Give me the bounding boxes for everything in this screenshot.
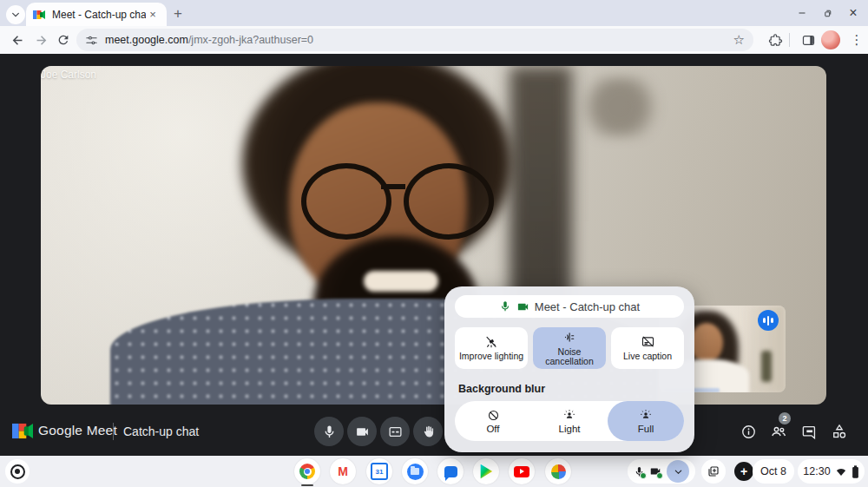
chat-button[interactable] — [799, 422, 819, 441]
photo-selfie-face-region — [690, 323, 723, 363]
chevron-down-icon — [674, 467, 683, 477]
participants-button[interactable] — [769, 422, 788, 441]
google-photos-icon — [551, 464, 566, 479]
google-meet-wordmark: Google Meet — [38, 423, 117, 438]
participants-count-badge: 2 — [779, 412, 791, 424]
raise-hand-button[interactable] — [413, 417, 443, 446]
forward-arrow-icon — [34, 33, 49, 48]
blur-off-icon — [487, 409, 500, 422]
blur-light-option[interactable]: Light — [531, 401, 608, 441]
blur-full-option[interactable]: Full — [608, 401, 684, 441]
date-pill[interactable]: Oct 8 — [753, 459, 794, 484]
google-meet-logo-icon — [12, 423, 33, 439]
side-panel-button[interactable] — [799, 30, 818, 49]
google-play-icon — [480, 464, 493, 479]
chrome-icon — [299, 464, 315, 479]
launcher-button[interactable] — [5, 459, 30, 484]
camera-active-dot — [656, 472, 663, 479]
window-close-button[interactable]: × — [844, 3, 863, 23]
shelf-app-play[interactable] — [473, 458, 499, 484]
notification-counter-button[interactable]: + — [734, 462, 753, 481]
panel-meeting-pill: Meet - Catch-up chat — [455, 295, 684, 318]
restore-icon — [822, 8, 833, 19]
tab-close-button[interactable]: × — [146, 8, 160, 22]
browser-tab[interactable]: Meet - Catch-up chat × — [26, 3, 167, 26]
photo-glasses-right-region — [404, 163, 494, 240]
window-minimize-button[interactable] — [792, 3, 812, 23]
browser-menu-button[interactable]: ⋮ — [847, 30, 866, 50]
chromeos-shelf: M 31 — [0, 456, 868, 487]
photo-glasses-bridge-region — [381, 184, 405, 189]
meet-page-background: Joe Carlson — [0, 54, 868, 456]
url-path: /jmx-zgoh-jka?authuser=0 — [188, 34, 313, 46]
shelf-app-photos[interactable] — [545, 458, 571, 484]
meet-favicon-icon — [33, 10, 45, 20]
time-label: 12:30 — [803, 465, 830, 477]
back-button[interactable] — [7, 30, 28, 50]
window-restore-button[interactable] — [818, 3, 837, 23]
closed-captions-icon — [388, 424, 403, 439]
profile-avatar[interactable] — [821, 30, 840, 49]
new-tab-button[interactable]: + — [170, 6, 186, 22]
captions-button[interactable] — [380, 417, 410, 446]
mic-active-icon — [499, 300, 511, 313]
minimize-icon — [797, 8, 807, 18]
reload-button[interactable] — [53, 30, 74, 50]
chat-icon — [801, 424, 818, 440]
side-panel-icon — [801, 33, 816, 48]
noise-cancellation-tile[interactable]: Noise cancellation — [533, 327, 606, 369]
people-icon — [770, 423, 787, 440]
noise-cancellation-icon — [562, 330, 577, 345]
mic-button[interactable] — [314, 417, 344, 446]
equalizer-bar-icon — [771, 318, 773, 323]
tab-search-button[interactable] — [6, 5, 25, 24]
background-blur-section-title: Background blur — [458, 383, 545, 395]
live-caption-tile[interactable]: Live caption — [611, 327, 684, 369]
toolbar-divider — [789, 33, 790, 47]
shelf-app-youtube[interactable] — [509, 458, 535, 484]
tile-label: Noise cancellation — [533, 347, 606, 367]
shelf-app-calendar[interactable]: 31 — [366, 458, 392, 484]
meeting-details-button[interactable] — [739, 422, 758, 441]
extensions-button[interactable] — [766, 30, 785, 49]
launcher-icon — [10, 464, 25, 479]
calendar-icon: 31 — [371, 463, 388, 480]
tile-label: Live caption — [623, 352, 672, 362]
screen-capture-button[interactable] — [701, 459, 726, 484]
site-info-icon[interactable] — [85, 34, 98, 47]
equalizer-bar-icon — [767, 316, 770, 326]
chat-app-icon — [444, 466, 457, 477]
shelf-app-gmail[interactable]: M — [330, 458, 356, 484]
mic-icon — [322, 424, 337, 439]
shelf-app-chat[interactable] — [437, 458, 464, 484]
panel-meeting-title: Meet - Catch-up chat — [535, 300, 640, 313]
vc-tray-controls[interactable] — [628, 459, 695, 484]
shelf-app-files[interactable] — [402, 458, 428, 484]
shelf-app-chrome[interactable] — [294, 458, 320, 484]
vc-panel-toggle-button[interactable] — [667, 460, 689, 483]
background-blur-segmented-control: Off Light Full — [455, 401, 684, 441]
photo-shelf-region — [572, 76, 667, 137]
mic-active-dot — [640, 472, 647, 479]
tile-label: Improve lighting — [459, 352, 523, 362]
bookmark-star-icon[interactable]: ☆ — [733, 32, 745, 48]
blur-light-icon — [562, 408, 576, 422]
tray-mic-status — [634, 466, 645, 477]
photo-glasses-left-region — [301, 163, 391, 240]
address-bar[interactable]: meet.google.com/jmx-zgoh-jka?authuser=0 … — [76, 29, 753, 51]
battery-icon — [852, 465, 859, 478]
forward-button[interactable] — [30, 30, 51, 50]
meeting-title: Catch-up chat — [123, 424, 199, 438]
activities-button[interactable] — [830, 422, 849, 441]
blur-off-option[interactable]: Off — [455, 401, 531, 441]
blur-full-icon — [639, 408, 653, 422]
gmail-icon: M — [338, 464, 348, 478]
camera-button[interactable] — [347, 417, 377, 446]
segment-label: Off — [486, 424, 499, 434]
photo-smile-region — [364, 271, 438, 292]
files-icon — [407, 464, 424, 480]
improve-lighting-tile[interactable]: Improve lighting — [455, 327, 528, 369]
status-tray[interactable]: 12:30 — [798, 459, 865, 484]
url-domain: meet.google.com — [105, 34, 188, 46]
chromeos-screen: Meet - Catch-up chat × + × meet.google.c… — [0, 0, 868, 487]
